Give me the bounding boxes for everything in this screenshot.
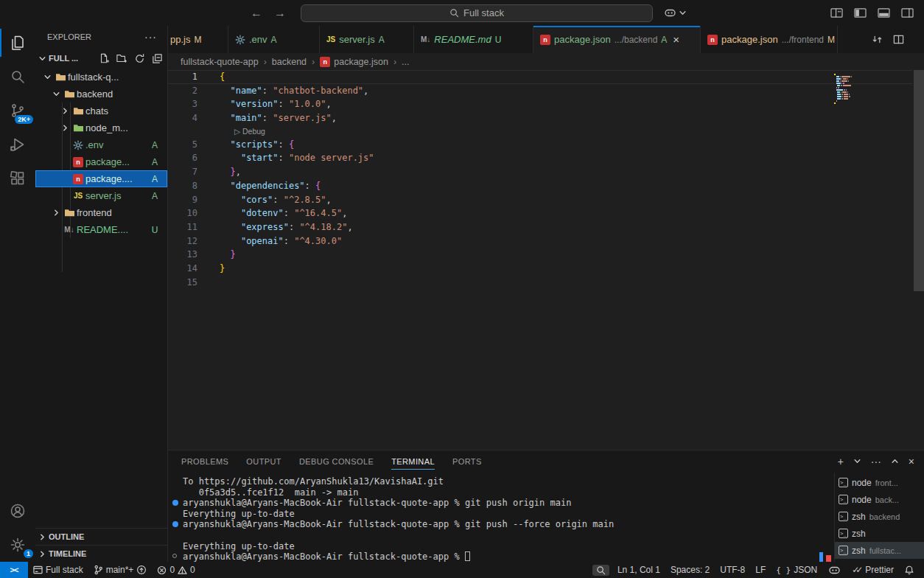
folder-icon [62, 208, 77, 217]
tree-item-package...[interactable]: npackage...A [35, 153, 167, 170]
explorer-section-header[interactable]: FULL ... [35, 48, 167, 69]
outline-section[interactable]: OUTLINE [35, 528, 167, 545]
line-number: 8 [168, 179, 197, 193]
terminal-instance-zsh[interactable]: >_zshbackend [835, 508, 924, 525]
editor-scrollbar[interactable] [914, 70, 924, 291]
panel-right-icon[interactable] [901, 7, 914, 18]
panel-tab-debug-console[interactable]: DEBUG CONSOLE [299, 450, 374, 473]
back-icon[interactable]: ← [245, 7, 268, 20]
tab-README.md[interactable]: M↓README.mdU [414, 26, 533, 53]
language-mode-item[interactable]: { } JSON [771, 565, 822, 575]
tree-item-node-m...[interactable]: node_m... [35, 119, 167, 136]
encoding-item[interactable]: UTF-8 [715, 565, 750, 575]
panel-tab-problems[interactable]: PROBLEMS [181, 450, 228, 473]
code-text: }, [220, 165, 241, 179]
terminal-line: aryanshukla@Aryans-MacBook-Air fullstack… [172, 551, 834, 562]
layout-grid-icon[interactable] [830, 7, 843, 18]
status-bar-right: Ln 1, Col 1 Spaces: 2 UTF-8 LF { } JSON … [592, 565, 924, 576]
new-folder-icon[interactable] [116, 53, 127, 64]
activity-item-extensions[interactable] [0, 161, 35, 195]
code-editor[interactable]: 1{2 "name": "chatbot-backend",3 "version… [168, 70, 924, 450]
tree-item-package....[interactable]: npackage....A [35, 170, 167, 187]
panel-bottom-icon[interactable] [878, 7, 890, 18]
new-file-icon[interactable] [99, 53, 110, 64]
indentation-item[interactable]: Spaces: 2 [665, 565, 715, 575]
breadcrumb-item[interactable]: npackage.json [320, 57, 388, 67]
activity-bar: 2K+ 1 [0, 26, 35, 562]
command-decoration[interactable] [172, 554, 177, 558]
code-text: "start": "node server.js" [220, 151, 374, 165]
search-icon [9, 68, 27, 86]
timeline-section[interactable]: TIMELINE [35, 545, 167, 562]
zoom-status-item[interactable] [592, 565, 609, 576]
open-changes-icon[interactable] [872, 34, 883, 45]
command-decoration[interactable] [172, 500, 178, 506]
git-branch-item[interactable]: main*+ [88, 562, 153, 578]
notifications-item[interactable] [899, 565, 920, 576]
activity-item-accounts[interactable] [0, 494, 35, 528]
tree-item-backend[interactable]: backend [35, 86, 167, 102]
remote-indicator[interactable]: >< [0, 562, 28, 578]
forward-icon[interactable]: → [268, 7, 292, 20]
terminal-instance-node[interactable]: >_nodeback... [835, 491, 924, 508]
terminal-instance-zsh[interactable]: >_zsh [835, 525, 924, 542]
copilot-menu[interactable] [663, 7, 687, 18]
breadcrumb-item[interactable]: fullstack-quote-app [181, 57, 259, 67]
panel-tab-ports[interactable]: PORTS [452, 450, 482, 473]
tree-item-label: README.... [77, 224, 150, 235]
copilot-status-item[interactable] [822, 565, 847, 576]
breadcrumb-item[interactable]: backend [272, 57, 307, 67]
tree-item-server.js[interactable]: JSserver.jsA [35, 187, 167, 204]
command-center-search[interactable]: Full stack [301, 4, 653, 22]
panel-left-icon[interactable] [854, 7, 867, 18]
workspace-status-item[interactable]: Full stack [28, 562, 88, 578]
chevron-down-icon[interactable] [853, 456, 861, 467]
eol-item[interactable]: LF [750, 565, 771, 575]
panel-tab-terminal[interactable]: TERMINAL [391, 450, 435, 473]
formatter-item[interactable]: ✓✓ Prettier [847, 565, 899, 575]
tab-.env[interactable]: .envA [228, 26, 320, 53]
cursor-position-item[interactable]: Ln 1, Col 1 [612, 565, 665, 575]
split-editor-icon[interactable] [893, 34, 904, 45]
panel-tab-output[interactable]: OUTPUT [246, 450, 281, 473]
tree-item-README....[interactable]: M↓README....U [35, 221, 167, 238]
activity-item-explorer[interactable] [0, 26, 35, 60]
tab-server.js[interactable]: JSserver.jsA [320, 26, 414, 53]
terminal-output[interactable]: To https://github.com/AryanShukla13/Kavi… [168, 473, 834, 562]
command-decoration[interactable] [172, 521, 178, 527]
tab-package.json[interactable]: npackage.json.../frontendM [701, 26, 838, 53]
tab-package.json[interactable]: npackage.json.../backendA× [533, 26, 701, 53]
panel-body: To https://github.com/AryanShukla13/Kavi… [168, 473, 924, 562]
tab-pp.js[interactable]: pp.jsM [168, 26, 228, 53]
code-line: 15 [168, 276, 924, 290]
tree-item-fullstack-q...[interactable]: fullstack-q... [35, 69, 167, 86]
terminal-instance-zsh[interactable]: >_zshfullstac... [835, 542, 924, 559]
explorer-more-actions-icon[interactable]: ··· [144, 31, 157, 43]
tree-item-label: frontend [77, 207, 150, 218]
terminal-icon: >_ [839, 512, 848, 521]
collapse-all-icon[interactable] [152, 53, 163, 64]
tree-item-.env[interactable]: .envA [35, 136, 167, 153]
close-icon[interactable]: × [673, 33, 679, 46]
line-number: 3 [168, 97, 197, 111]
tree-item-frontend[interactable]: frontend [35, 204, 167, 221]
problems-status-item[interactable]: 0 0 [152, 562, 200, 578]
activity-item-search[interactable] [0, 60, 35, 94]
terminal-instance-node[interactable]: >_nodefront... [835, 474, 924, 491]
status-bar: >< Full stack main*+ 0 0 Ln 1, Col 1 Spa… [0, 562, 924, 578]
activity-item-settings[interactable]: 1 [0, 528, 35, 562]
new-terminal-icon[interactable]: + [838, 456, 844, 467]
activity-item-source-control[interactable]: 2K+ [0, 94, 35, 128]
refresh-icon[interactable] [134, 53, 145, 64]
folder-icon [62, 89, 77, 99]
tree-item-label: server.js [85, 190, 150, 201]
maximize-panel-icon[interactable] [891, 456, 899, 467]
more-actions-icon[interactable]: ··· [871, 456, 881, 467]
tree-item-chats[interactable]: chats [35, 102, 167, 119]
activity-item-run-and-debug[interactable] [0, 128, 35, 161]
git-status-badge: A [661, 35, 667, 45]
breadcrumb-item[interactable]: ... [402, 57, 409, 67]
close-panel-icon[interactable]: × [909, 456, 914, 467]
minimap[interactable] [834, 74, 859, 107]
codelens-debug[interactable]: ▷ Debug [234, 125, 924, 138]
